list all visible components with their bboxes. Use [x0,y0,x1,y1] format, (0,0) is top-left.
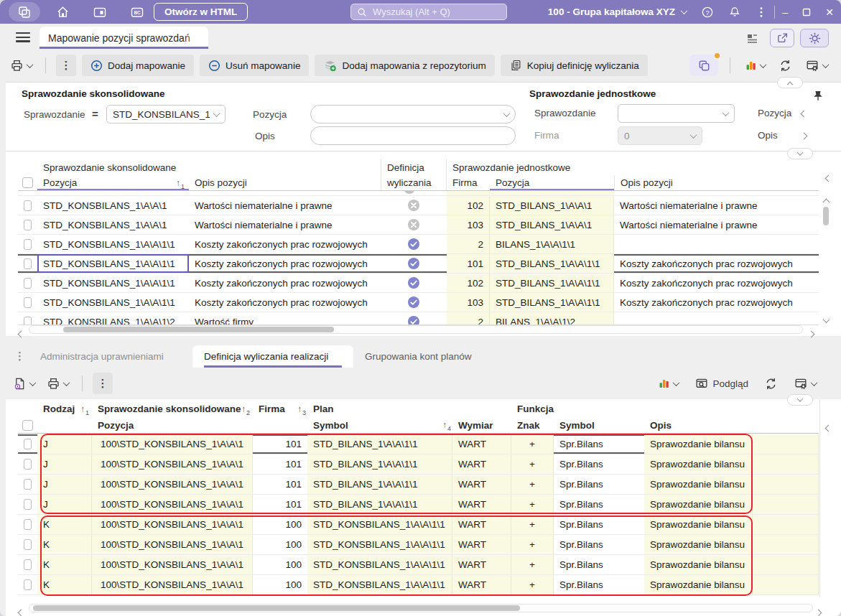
scroll-down-icon[interactable] [824,313,829,326]
tab-administracja-uprawnieniami[interactable]: Administracja uprawnieniami [29,345,192,368]
close-button[interactable]: ✕ [818,0,841,24]
cell-znak[interactable]: + [511,475,554,494]
cell-opis[interactable]: Sprawozdanie bilansu [644,475,753,494]
cell-pozycja-individual[interactable]: BILANS_1\A\A\1\1 [490,235,614,253]
col-definition-line2[interactable]: wyliczania [381,175,447,190]
row-checkbox[interactable] [24,317,32,325]
remove-mapping-button[interactable]: Usuń mapowanie [200,55,309,76]
menu-hamburger-button[interactable] [16,32,30,42]
cell-opis-consolidated[interactable]: Wartości niematerialne i prawne [189,196,381,215]
group-plan[interactable]: Plan [307,401,511,417]
collapse-filter-button[interactable] [777,77,803,88]
cell-firma[interactable]: 100 [253,555,307,574]
h-scrollbar-thumb[interactable] [33,605,520,611]
global-search[interactable] [350,4,507,20]
cell-filler[interactable] [753,454,819,474]
cell-znak[interactable]: + [511,515,554,534]
mapping-row[interactable]: STD_KONSBILANS_1\A\A\1Wartości niemateri… [18,215,819,235]
definition-row[interactable]: J100\STD_KONSBILANS_1\A\A\1101STD_BILANS… [18,495,819,515]
share-button[interactable] [770,29,794,47]
cell-symbol-funkcja[interactable]: Spr.Bilans [554,434,644,454]
cell-row-select[interactable] [18,254,37,273]
mapping-row[interactable]: STD_KONSBILANS_1\A\A\1\2Wartość firmy2BI… [18,312,819,325]
col-znak[interactable]: Znak [511,417,554,433]
cell-filler[interactable] [753,434,819,454]
scroll-left-icon[interactable] [19,605,24,616]
cell-firma[interactable]: 2 [447,235,490,253]
cell-row-select[interactable] [18,293,37,312]
refresh-button[interactable] [761,373,781,394]
cell-rodzaj[interactable]: K [37,575,92,594]
cell-rodzaj[interactable]: J [37,495,92,514]
cell-row-select[interactable] [18,555,37,574]
cell-symbol-plan[interactable]: STD_BILANS_1\A\A\1\1 [307,495,452,514]
chart-view-button[interactable] [742,55,768,76]
cell-opis[interactable]: Sprawozdanie bilansu [644,515,753,534]
cell-pozycja[interactable]: 100\STD_KONSBILANS_1\A\A\1 [92,515,253,534]
cell-filler[interactable] [753,475,819,494]
operator-equals[interactable]: = [92,108,98,120]
row-checkbox[interactable] [24,499,32,510]
scroll-right-icon[interactable] [816,605,821,616]
cell-opis-individual[interactable]: Koszty zakończonych prac rozwojowych [614,254,819,273]
row-checkbox[interactable] [24,258,32,269]
row-checkbox[interactable] [24,220,32,230]
search-input[interactable] [371,6,486,18]
cell-opis[interactable]: Sprawozdanie bilansu [644,434,753,454]
select-all-checkbox[interactable] [22,420,33,431]
cell-symbol-plan[interactable]: STD_KONSBILANS_1\A\A\1\1 [307,575,452,594]
row-checkbox[interactable] [24,559,32,570]
cell-pozycja-individual[interactable]: STD_BILANS_1\A\A\1\1 [490,274,614,292]
col-opis[interactable]: Opis [644,417,753,433]
scroll-right-icon[interactable] [809,327,814,340]
definition-row[interactable]: J100\STD_KONSBILANS_1\A\A\1101STD_BILANS… [18,475,819,495]
cell-znak[interactable]: + [511,535,554,554]
pin-panels-icon[interactable] [741,27,763,49]
more-menu-button[interactable]: ⋮ [748,0,774,24]
cell-pozycja-consolidated[interactable]: STD_KONSBILANS_1\A\A\1\1 [37,274,189,292]
grid-settings-button[interactable] [791,373,819,394]
cell-pozycja[interactable]: 100\STD_KONSBILANS_1\A\A\1 [92,454,253,474]
minimize-button[interactable]: – [775,0,795,24]
copy-calculation-definition-button[interactable]: Kopiuj definicję wyliczania [501,55,648,76]
cell-pozycja-consolidated[interactable]: STD_KONSBILANS_1\A\A\1\1 [37,254,189,273]
cell-filler[interactable] [753,555,819,574]
cell-firma[interactable]: 103 [447,293,490,312]
cell-row-select[interactable] [18,312,37,325]
cell-pozycja-individual[interactable]: STD_BILANS_1\A\A\1\1 [490,254,614,273]
cell-pozycja-individual[interactable]: STD_BILANS_1\A\A\1 [490,215,614,234]
cell-wymiar[interactable]: WART [452,555,511,574]
scroll-up-icon[interactable] [824,195,829,207]
consolidated-report-select[interactable]: STD_KONSBILANS_1 [106,105,226,123]
cell-symbol-funkcja[interactable]: Spr.Bilans [554,555,644,574]
cell-opis[interactable]: Sprawozdanie bilansu [644,454,753,474]
cell-row-select[interactable] [18,515,37,534]
cell-pozycja-consolidated[interactable]: STD_KONSBILANS_1\A\A\1 [37,196,189,215]
definition-row[interactable]: K100\STD_KONSBILANS_1\A\A\1100STD_KONSBI… [18,575,819,595]
cell-definicja-wyliczania[interactable] [381,254,447,273]
h-scrollbar-thumb[interactable] [63,327,334,332]
col-symbol-plan[interactable]: Symbol ↑4 [307,417,452,433]
cell-opis-individual[interactable] [614,312,819,325]
notifications-button[interactable] [721,0,748,24]
cell-wymiar[interactable]: WART [452,535,511,554]
cell-opis[interactable]: Sprawozdanie bilansu [644,555,753,574]
cell-rodzaj[interactable]: K [37,535,92,554]
cell-symbol-plan[interactable]: STD_KONSBILANS_1\A\A\1\1 [307,555,452,574]
mapping-row[interactable]: STD_KONSBILANS_1\A\A\1Wartości niemateri… [18,196,819,215]
consolidated-description-input[interactable] [310,126,516,145]
print-button[interactable] [7,55,35,76]
col-firma[interactable]: Firma ↑3 [253,401,307,417]
cell-symbol-funkcja[interactable]: Spr.Bilans [554,495,644,514]
individual-report-select[interactable] [618,104,735,123]
cell-row-select[interactable] [18,495,37,514]
collapse-bottom-grid-button[interactable] [787,394,813,406]
cell-wymiar[interactable]: WART [452,515,511,534]
col-wymiar[interactable]: Wymiar [452,417,511,433]
group-consolidated[interactable]: Sprawozdanie skonsolidowane [37,159,381,175]
cell-pozycja[interactable]: 100\STD_KONSBILANS_1\A\A\1 [92,495,253,514]
panel-collapse-left-icon[interactable] [826,421,831,434]
cell-opis-consolidated[interactable]: Wartość firmy [189,312,381,325]
cell-pozycja[interactable]: 100\STD_KONSBILANS_1\A\A\1 [92,575,253,594]
cell-opis-consolidated[interactable]: Wartości niematerialne i prawne [189,215,381,234]
